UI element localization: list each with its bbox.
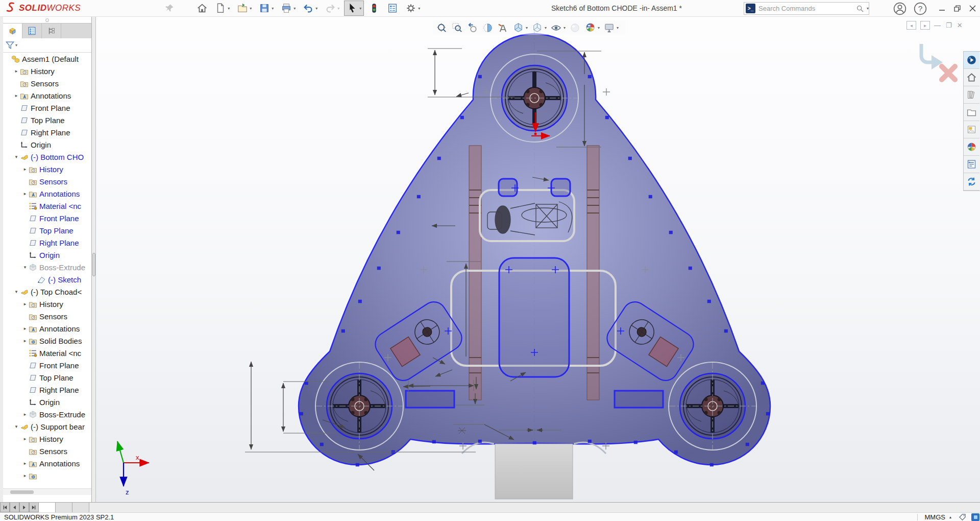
panel-tab[interactable] <box>42 23 61 38</box>
expand-arrow-icon[interactable]: ▸ <box>21 191 29 196</box>
toolbar-button[interactable] <box>194 1 210 16</box>
view-tool-button[interactable] <box>482 22 494 34</box>
expand-arrow-icon[interactable]: ▾ <box>13 289 20 294</box>
view-tool-button[interactable] <box>497 22 509 34</box>
toolbar-button[interactable]: ▾ <box>234 1 254 16</box>
restore-button[interactable] <box>949 0 965 17</box>
tree-item[interactable]: Material <nc <box>3 347 91 359</box>
status-corner-icon[interactable] <box>971 513 979 521</box>
doc-tab[interactable] <box>72 503 89 512</box>
scrollbar-thumb[interactable] <box>10 490 34 494</box>
tab-nav-button[interactable] <box>10 503 19 512</box>
cad-model-canvas[interactable]: x z <box>96 17 980 502</box>
sketch-rect-left[interactable] <box>406 391 454 408</box>
toolbar-button[interactable]: ▾ <box>344 1 364 16</box>
expand-arrow-icon[interactable]: ▸ <box>21 338 29 343</box>
tree-item[interactable]: ▸ Annotations <box>3 89 91 102</box>
view-tool-button[interactable] <box>436 22 448 34</box>
tree-item[interactable]: ▸ History <box>3 65 91 77</box>
tree-item[interactable]: Front Plane <box>3 212 91 224</box>
tree-item[interactable]: (-) Sketch <box>3 273 91 286</box>
tree-item[interactable]: Origin <box>3 138 91 151</box>
task-pane-tab[interactable] <box>964 104 979 121</box>
dock-right-icon[interactable]: ▸ <box>920 21 930 30</box>
tree-item[interactable]: ▾ (-) Top Choad< <box>3 286 91 298</box>
search-commands-box[interactable]: >_ Search Commands ▾ <box>744 2 869 15</box>
tree-item[interactable]: ▸ Annotations <box>3 322 91 335</box>
tree-item[interactable]: ▸ Annotations <box>3 187 91 200</box>
view-tool-button[interactable]: ▾ <box>512 22 528 34</box>
tree-item[interactable]: ▸ <box>3 469 91 482</box>
search-icon[interactable] <box>856 5 864 13</box>
doc-tab[interactable] <box>56 503 72 512</box>
expand-arrow-icon[interactable]: ▾ <box>13 154 20 159</box>
pin-menu-icon[interactable] <box>164 3 175 13</box>
menu-item[interactable] <box>116 5 128 12</box>
panel-splitter[interactable] <box>92 17 96 502</box>
view-tool-button[interactable] <box>569 22 581 34</box>
expand-arrow-icon[interactable]: ▸ <box>21 436 29 441</box>
view-tool-button[interactable]: ▾ <box>531 22 547 34</box>
user-account-icon[interactable] <box>893 2 906 15</box>
expand-arrow-icon[interactable]: ▸ <box>13 93 20 98</box>
tree-item[interactable]: ▸ Boss-Extrude <box>3 408 91 420</box>
tree-item[interactable]: Top Plane <box>3 114 91 126</box>
tree-item[interactable]: ▾ Boss-Extrude <box>3 261 91 273</box>
toolbar-button[interactable]: ▾ <box>256 1 276 16</box>
task-pane-tab[interactable] <box>964 138 979 156</box>
expand-arrow-icon[interactable]: ▸ <box>21 412 29 417</box>
graphics-area[interactable]: x z ▾ <box>96 17 980 502</box>
menu-item[interactable] <box>94 5 105 12</box>
menu-item[interactable] <box>139 5 150 12</box>
tree-horizontal-scrollbar[interactable] <box>3 488 91 495</box>
doc-close-icon[interactable]: ✕ <box>957 21 963 29</box>
panel-tab[interactable] <box>22 23 42 38</box>
tree-item[interactable]: ▾ (-) Bottom CHO <box>3 151 91 163</box>
minimize-button[interactable] <box>934 0 949 17</box>
tree-item[interactable]: Sensors <box>3 445 91 457</box>
tree-item[interactable]: ▸ History <box>3 433 91 445</box>
tree-item[interactable]: Top Plane <box>3 371 91 384</box>
task-pane-tab[interactable] <box>964 121 979 138</box>
menu-item[interactable] <box>128 5 139 12</box>
tree-item[interactable]: Front Plane <box>3 359 91 371</box>
tree-item[interactable]: Top Plane <box>3 224 91 236</box>
toolbar-button[interactable]: ▾ <box>212 1 232 16</box>
tree-item[interactable]: Front Plane <box>3 102 91 114</box>
toolbar-button[interactable]: ▾ <box>300 1 320 16</box>
close-button[interactable] <box>965 0 980 17</box>
menu-item[interactable] <box>105 5 116 12</box>
tree-item[interactable]: Origin <box>3 249 91 261</box>
splitter-handle[interactable] <box>92 253 95 276</box>
tree-item[interactable]: Assem1 (Default <box>3 53 91 65</box>
expand-arrow-icon[interactable]: ▾ <box>13 424 20 429</box>
view-tool-button[interactable]: ▾ <box>550 22 566 34</box>
toolbar-button[interactable]: ▾ <box>403 1 423 16</box>
expand-arrow-icon[interactable]: ▾ <box>21 265 29 270</box>
toolbar-button[interactable] <box>366 1 382 16</box>
filter-caret[interactable]: ▾ <box>15 43 17 48</box>
tag-icon[interactable] <box>959 513 966 521</box>
view-tool-button[interactable] <box>451 22 463 34</box>
expand-arrow-icon[interactable]: ▸ <box>21 473 29 478</box>
tree-filter-row[interactable]: ▾ <box>3 38 91 53</box>
tab-nav-button[interactable] <box>29 503 39 512</box>
tree-item[interactable]: ▸ Annotations <box>3 457 91 469</box>
toolbar-button[interactable]: ▾ <box>278 1 298 16</box>
tree-item[interactable]: Material <nc <box>3 200 91 212</box>
units-label[interactable]: MMGS <box>925 513 945 521</box>
sketch-rect-right[interactable] <box>615 391 663 408</box>
cancel-sketch-icon[interactable] <box>942 66 955 80</box>
view-tool-button[interactable] <box>467 22 478 34</box>
view-tool-button[interactable]: ▾ <box>603 22 619 34</box>
doc-restore-icon[interactable]: ❐ <box>946 21 952 29</box>
expand-arrow-icon[interactable]: ▸ <box>21 461 29 466</box>
tree-item[interactable]: Right Plane <box>3 126 91 138</box>
tree-item[interactable]: Right Plane <box>3 384 91 396</box>
task-pane-tab[interactable] <box>964 69 979 86</box>
task-pane-tab[interactable] <box>964 86 979 104</box>
toolbar-button[interactable]: ▾ <box>322 1 342 16</box>
tree-item[interactable]: Right Plane <box>3 236 91 249</box>
doc-tab[interactable] <box>39 503 56 512</box>
tree-item[interactable]: ▾ (-) Support bear <box>3 420 91 433</box>
